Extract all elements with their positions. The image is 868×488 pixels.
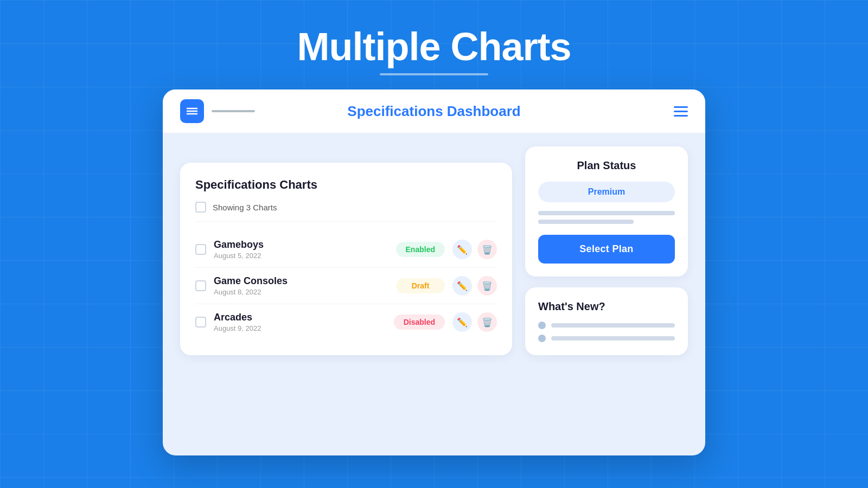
plan-line-1 — [538, 211, 675, 215]
gameboys-checkbox[interactable] — [195, 244, 206, 255]
game-consoles-date: August 8, 2022 — [214, 288, 388, 296]
menu-icon-box[interactable] — [180, 99, 204, 123]
arcades-delete-button[interactable]: 🗑️ — [477, 312, 497, 332]
news-line-row-2 — [538, 335, 675, 342]
game-consoles-info: Game Consoles August 8, 2022 — [214, 275, 388, 296]
game-consoles-name: Game Consoles — [214, 275, 388, 287]
news-dot-2 — [538, 335, 546, 342]
page-title: Multiple Charts — [0, 0, 868, 69]
game-consoles-actions: ✏️ 🗑️ — [452, 276, 497, 296]
news-line-row-1 — [538, 322, 675, 329]
dashboard-header: Specifications Dashboard — [163, 89, 705, 133]
gameboys-date: August 5, 2022 — [214, 252, 388, 260]
game-consoles-delete-button[interactable]: 🗑️ — [477, 276, 497, 296]
select-plan-button[interactable]: Select Plan — [538, 235, 675, 264]
chart-item-gameboys: Gameboys August 5, 2022 Enabled ✏️ 🗑️ — [195, 232, 497, 268]
arcades-name: Arcades — [214, 312, 386, 323]
header-left — [180, 99, 255, 123]
specs-panel: Specifications Charts Showing 3 Charts G… — [180, 163, 512, 355]
gameboys-edit-button[interactable]: ✏️ — [452, 240, 472, 259]
premium-badge: Premium — [538, 182, 675, 202]
hamburger-icon[interactable] — [674, 106, 688, 117]
plan-title: Plan Status — [538, 159, 675, 172]
gameboys-status: Enabled — [396, 242, 445, 257]
title-underline — [380, 73, 488, 75]
whats-new-title: What's New? — [538, 300, 675, 313]
game-consoles-edit-button[interactable]: ✏️ — [452, 276, 472, 296]
showing-row: Showing 3 Charts — [195, 202, 497, 222]
dashboard-card: Specifications Dashboard Specifications … — [163, 89, 705, 455]
game-consoles-checkbox[interactable] — [195, 280, 206, 291]
game-consoles-status: Draft — [396, 278, 445, 293]
select-all-checkbox[interactable] — [195, 202, 206, 213]
news-bar-2 — [551, 336, 675, 341]
arcades-edit-button[interactable]: ✏️ — [452, 312, 472, 332]
arcades-status: Disabled — [394, 314, 445, 330]
dashboard-body: Specifications Charts Showing 3 Charts G… — [163, 133, 705, 455]
arcades-checkbox[interactable] — [195, 317, 206, 328]
header-line — [212, 110, 255, 112]
arcades-actions: ✏️ 🗑️ — [452, 312, 497, 332]
right-panel: Plan Status Premium Select Plan What's N… — [525, 146, 688, 442]
news-bar-1 — [551, 323, 675, 328]
arcades-info: Arcades August 9, 2022 — [214, 312, 386, 332]
news-dot-1 — [538, 322, 546, 329]
whats-new-card: What's New? — [525, 287, 688, 355]
chart-item-arcades: Arcades August 9, 2022 Disabled ✏️ 🗑️ — [195, 304, 497, 340]
gameboys-actions: ✏️ 🗑️ — [452, 240, 497, 259]
dashboard-title: Specifications Dashboard — [347, 103, 520, 120]
showing-text: Showing 3 Charts — [213, 203, 277, 212]
gameboys-info: Gameboys August 5, 2022 — [214, 239, 388, 260]
plan-card: Plan Status Premium Select Plan — [525, 146, 688, 277]
arcades-date: August 9, 2022 — [214, 324, 386, 332]
plan-line-2 — [538, 220, 634, 224]
gameboys-name: Gameboys — [214, 239, 388, 251]
plan-lines — [538, 211, 675, 224]
specs-title: Specifications Charts — [195, 178, 497, 192]
news-lines — [538, 322, 675, 342]
chart-item-game-consoles: Game Consoles August 8, 2022 Draft ✏️ 🗑️ — [195, 268, 497, 304]
gameboys-delete-button[interactable]: 🗑️ — [477, 240, 497, 259]
